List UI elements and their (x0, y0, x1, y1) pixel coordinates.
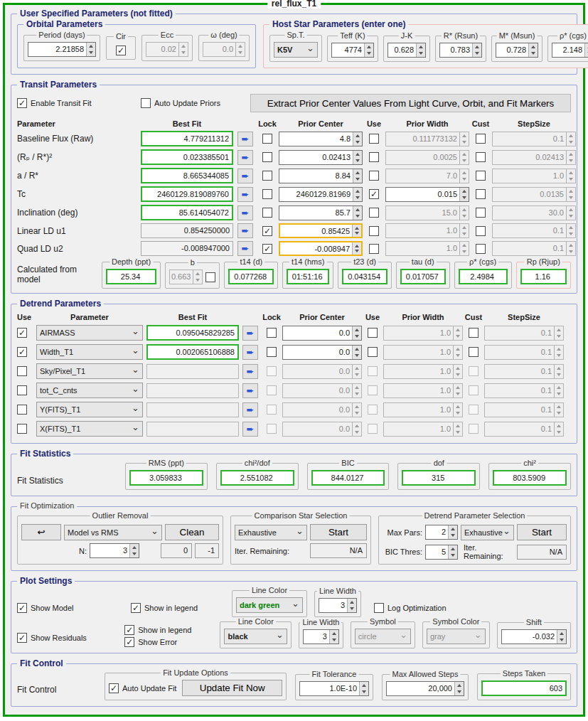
spin-buttons[interactable] (566, 188, 575, 201)
residuals-line-color-dropdown[interactable]: black⌄ (224, 629, 287, 644)
prior-width-spinner[interactable]: 1.0 (383, 345, 463, 360)
spin-buttons[interactable] (453, 346, 462, 359)
omega-spinner[interactable]: 0.0 (203, 42, 245, 57)
spin-buttons[interactable] (352, 384, 361, 397)
symbol-dropdown[interactable]: circle⌄ (355, 629, 411, 644)
spin-buttons[interactable] (329, 630, 338, 643)
prior-width-spinner[interactable]: 15.0 (385, 205, 469, 220)
step-size-spinner[interactable]: 0.1 (484, 402, 564, 417)
step-size-value[interactable]: 0.1 (485, 384, 554, 397)
prior-center-spinner[interactable]: 8.84 (279, 169, 363, 183)
log-optimization[interactable]: Log Optimization (374, 603, 447, 617)
prior-width-value[interactable]: 0.111773132 (386, 132, 459, 146)
spin-buttons[interactable] (459, 206, 469, 220)
n-value[interactable]: 3 (90, 544, 129, 557)
prior-center-spinner[interactable]: 2460129.81969 (279, 187, 363, 202)
prior-width-value[interactable]: 7.0 (386, 169, 459, 183)
residuals-show-in-legend[interactable]: Show in legend (124, 625, 213, 635)
clean-button[interactable]: Clean (165, 524, 219, 540)
impact-lock-checkbox[interactable] (205, 272, 215, 282)
spin-buttons[interactable] (554, 326, 563, 340)
spin-buttons[interactable] (352, 346, 361, 359)
step-size-spinner[interactable]: 0.0135 (492, 187, 576, 202)
max-steps-value[interactable]: 20,000 (387, 682, 454, 695)
cust-checkbox[interactable] (476, 189, 486, 199)
prior-width-value[interactable]: 1.0 (384, 384, 453, 397)
prior-center-value[interactable]: 0.0 (283, 384, 352, 397)
outlier-method-dropdown[interactable]: Model vs RMS⌄ (64, 525, 162, 540)
model-legend-checkbox[interactable] (131, 603, 141, 613)
fit-tolerance-value[interactable]: 1.0E-10 (300, 682, 359, 695)
prior-center-value[interactable]: 0.02413 (279, 151, 353, 164)
prior-center-value[interactable]: 8.84 (279, 169, 353, 183)
rstar-spin-buttons[interactable] (472, 43, 481, 57)
spin-buttons[interactable] (448, 525, 457, 539)
detrend-param-dropdown[interactable]: X(FITS)_T1⌄ (36, 421, 143, 437)
prior-center-spinner[interactable]: 4.8 (279, 132, 363, 146)
prior-width-value[interactable]: 0.0025 (386, 151, 459, 164)
detrend-param-dropdown[interactable]: tot_C_cnts⌄ (36, 383, 143, 398)
teff-spin-buttons[interactable] (364, 43, 373, 57)
max-pars-spinner[interactable]: 2 (425, 525, 458, 540)
prior-center-spinner[interactable]: 0.0 (282, 402, 362, 417)
spin-buttons[interactable] (352, 225, 361, 237)
spin-buttons[interactable] (566, 151, 575, 164)
max-steps-spinner[interactable]: 20,000 (386, 681, 464, 696)
step-size-spinner[interactable]: 0.1 (492, 241, 576, 256)
jk-spin-buttons[interactable] (416, 43, 425, 57)
residuals-legend-checkbox[interactable] (124, 625, 134, 635)
extract-priors-button[interactable]: Extract Prior Center Values From Light C… (250, 94, 571, 112)
ecc-spinner[interactable]: 0.02 (146, 42, 188, 57)
spin-buttons[interactable] (352, 326, 361, 340)
show-error-checkbox[interactable] (124, 637, 134, 647)
spin-buttons[interactable] (566, 169, 575, 183)
prior-width-value[interactable]: 1.0 (384, 422, 453, 436)
spectral-type-dropdown[interactable]: K5V ⌄ (274, 42, 318, 58)
spin-buttons[interactable] (554, 403, 563, 417)
cust-checkbox[interactable] (476, 244, 486, 254)
log-optimization-checkbox[interactable] (374, 603, 384, 613)
copy-best-fit-button[interactable]: ➨ (242, 345, 258, 360)
spin-buttons[interactable] (554, 384, 563, 397)
cust-checkbox[interactable] (469, 328, 479, 338)
cust-checkbox[interactable] (469, 424, 479, 434)
copy-best-fit-button[interactable]: ➨ (237, 223, 253, 238)
lock-checkbox[interactable] (262, 134, 272, 144)
spin-buttons[interactable] (453, 422, 462, 436)
lock-checkbox[interactable] (262, 171, 272, 181)
lock-checkbox[interactable] (262, 208, 272, 218)
undo-clean-button[interactable]: ↩ (21, 524, 61, 540)
shift-value[interactable]: -0.032 (502, 630, 557, 643)
rho-spin-buttons[interactable] (584, 43, 588, 57)
rstar-value[interactable]: 0.783 (440, 43, 472, 57)
copy-best-fit-button[interactable]: ➨ (237, 169, 253, 183)
lock-checkbox[interactable] (262, 152, 272, 162)
step-size-value[interactable]: 0.0135 (493, 188, 566, 201)
lock-checkbox[interactable] (262, 244, 272, 254)
step-size-spinner[interactable]: 0.1 (484, 364, 564, 379)
prior-center-spinner[interactable]: 0.85425 (279, 223, 363, 238)
use-detrend-checkbox[interactable] (17, 405, 27, 415)
cust-checkbox[interactable] (476, 171, 486, 181)
detrend-param-dropdown[interactable]: AIRMASS⌄ (36, 325, 143, 341)
cust-checkbox[interactable] (476, 208, 486, 218)
step-size-value[interactable]: 0.1 (493, 224, 566, 237)
use-detrend-checkbox[interactable] (17, 328, 27, 338)
show-residuals[interactable]: Show Residuals (17, 633, 117, 648)
auto-update-priors[interactable]: Auto Update Priors (141, 98, 240, 108)
copy-best-fit-button[interactable]: ➨ (242, 402, 258, 417)
comparison-method-dropdown[interactable]: Exhaustive⌄ (235, 525, 307, 540)
model-line-width-spinner[interactable]: 3 (319, 598, 357, 613)
mstar-value[interactable]: 0.728 (496, 43, 528, 57)
step-size-value[interactable]: 0.1 (485, 346, 554, 359)
fit-tolerance-spinner[interactable]: 1.0E-10 (299, 681, 369, 696)
model-line-width-value[interactable]: 3 (319, 599, 347, 612)
prior-width-value[interactable]: 0.015 (386, 188, 459, 201)
auto-update-priors-checkbox[interactable] (141, 98, 151, 108)
mstar-spin-buttons[interactable] (528, 43, 538, 57)
spin-buttons[interactable] (566, 206, 575, 220)
step-size-value[interactable]: 0.1 (485, 326, 554, 340)
use-prior-checkbox[interactable] (369, 226, 379, 236)
rho-value[interactable]: 2.148 (552, 43, 584, 57)
period-spin-buttons[interactable] (86, 43, 95, 56)
